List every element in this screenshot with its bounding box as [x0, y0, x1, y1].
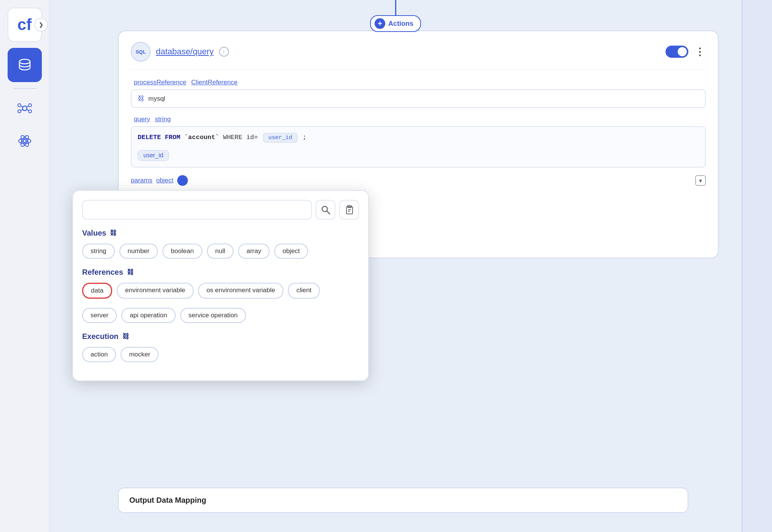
svg-line-15	[327, 211, 330, 214]
chip-service-operation[interactable]: service operation	[180, 308, 246, 323]
svg-point-5	[29, 110, 32, 113]
svg-line-9	[27, 109, 29, 111]
process-reference-link[interactable]: ClientReference	[191, 79, 238, 86]
actions-bar: + Actions	[370, 0, 421, 32]
chip-api-operation[interactable]: api operation	[121, 308, 175, 323]
chip-client[interactable]: client	[288, 283, 320, 299]
sidebar-item-network[interactable]	[8, 95, 42, 122]
sidebar: cf ❯	[0, 0, 49, 532]
chip-data[interactable]: data	[82, 283, 112, 299]
execution-header: Execution ⛓	[82, 332, 359, 341]
references-link-icon: ⛓	[127, 268, 134, 276]
query-table: `account`	[184, 134, 219, 141]
process-reference-row: processReference ClientReference ⛓ mysql	[131, 79, 706, 108]
sql-badge: SQL	[131, 42, 151, 62]
values-section: Values ⛓ string number boolean null arra…	[82, 229, 359, 259]
svg-point-4	[18, 110, 21, 113]
mysql-input[interactable]: ⛓ mysql	[131, 89, 706, 108]
chip-number[interactable]: number	[119, 244, 158, 259]
references-title: References	[82, 268, 123, 277]
atom-icon	[16, 133, 33, 149]
svg-point-3	[29, 104, 32, 107]
main-content: + Actions SQL database/query i process	[49, 0, 742, 532]
chip-os-environment-variable[interactable]: os environment variable	[198, 283, 283, 299]
svg-point-0	[19, 59, 30, 64]
query-where: WHERE id=	[223, 134, 262, 141]
dropdown-search-field[interactable]	[82, 200, 312, 220]
chip-array[interactable]: array	[238, 244, 270, 259]
values-chips-row: string number boolean null array object	[82, 244, 359, 259]
search-icon-button[interactable]	[316, 200, 335, 220]
menu-dot	[699, 48, 701, 49]
link-icon: ⛓	[138, 95, 145, 103]
chip-object[interactable]: object	[274, 244, 308, 259]
menu-dot	[699, 54, 701, 56]
chip-action[interactable]: action	[82, 347, 116, 362]
svg-line-6	[21, 106, 23, 107]
toggle-switch[interactable]	[666, 46, 688, 58]
svg-line-7	[27, 106, 29, 107]
references-header: References ⛓	[82, 268, 359, 277]
actions-label: Actions	[388, 20, 413, 28]
query-chip-userid[interactable]: user_id	[138, 150, 169, 161]
clipboard-icon-button[interactable]	[339, 200, 359, 220]
database-icon	[16, 57, 33, 73]
actions-connector	[395, 0, 396, 15]
right-panel	[742, 0, 772, 532]
output-section: Output Data Mapping	[118, 488, 688, 513]
actions-plus-icon: +	[375, 18, 385, 29]
menu-dot	[699, 51, 701, 53]
query-chip-row: user_id	[138, 147, 699, 161]
references-chips-row: data environment variable os environment…	[82, 283, 359, 299]
values-title: Values	[82, 229, 106, 238]
params-type-link[interactable]: object	[156, 177, 173, 184]
query-keyword-delete: DELETE FROM	[138, 134, 184, 141]
search-icon	[321, 205, 330, 215]
dropdown-panel: Values ⛓ string number boolean null arra…	[72, 190, 369, 381]
network-icon	[16, 100, 33, 117]
svg-point-2	[18, 104, 21, 107]
card-title[interactable]: database/query	[156, 47, 214, 57]
query-var-tag: user_id	[263, 133, 297, 142]
chip-null[interactable]: null	[207, 244, 234, 259]
query-editor[interactable]: DELETE FROM `account` WHERE id= user_id …	[131, 126, 706, 168]
sidebar-item-database[interactable]	[8, 48, 42, 82]
params-add-icon[interactable]: +	[177, 175, 188, 186]
card-header: SQL database/query i	[131, 42, 706, 70]
svg-point-1	[22, 106, 27, 111]
references-chips-row-2: server api operation service operation	[82, 308, 359, 323]
params-label: params object + ▾	[131, 175, 706, 186]
process-reference-label: processReference ClientReference	[131, 79, 706, 86]
svg-point-10	[23, 139, 26, 142]
execution-chips-row: action mocker	[82, 347, 359, 362]
expand-icon: ❯	[39, 22, 43, 28]
sidebar-logo: cf ❯	[8, 8, 42, 42]
chip-string[interactable]: string	[82, 244, 115, 259]
clipboard-icon	[344, 205, 354, 215]
query-type-link[interactable]: string	[155, 116, 171, 123]
execution-title: Execution	[82, 332, 119, 341]
sidebar-expand-button[interactable]: ❯	[34, 18, 48, 32]
query-semicolon: ;	[303, 134, 307, 141]
chip-server[interactable]: server	[82, 308, 117, 323]
query-line: DELETE FROM `account` WHERE id= user_id …	[138, 133, 699, 142]
references-section: References ⛓ data environment variable o…	[82, 268, 359, 323]
chip-environment-variable[interactable]: environment variable	[117, 283, 194, 299]
mysql-value: mysql	[148, 95, 165, 103]
sidebar-divider	[13, 88, 36, 89]
actions-button[interactable]: + Actions	[370, 15, 421, 32]
execution-section: Execution ⛓ action mocker	[82, 332, 359, 362]
chip-boolean[interactable]: boolean	[162, 244, 202, 259]
query-section: query string DELETE FROM `account` WHERE…	[131, 116, 706, 168]
sidebar-item-atom[interactable]	[8, 128, 42, 154]
info-icon[interactable]: i	[219, 47, 229, 57]
output-title: Output Data Mapping	[129, 496, 206, 504]
chip-mocker[interactable]: mocker	[121, 347, 159, 362]
values-link-icon: ⛓	[110, 229, 117, 237]
params-collapse-icon[interactable]: ▾	[695, 175, 706, 186]
values-header: Values ⛓	[82, 229, 359, 238]
query-label: query string	[131, 116, 706, 123]
dropdown-search-row	[82, 200, 359, 220]
card-menu[interactable]	[694, 46, 706, 58]
execution-link-icon: ⛓	[122, 332, 129, 340]
